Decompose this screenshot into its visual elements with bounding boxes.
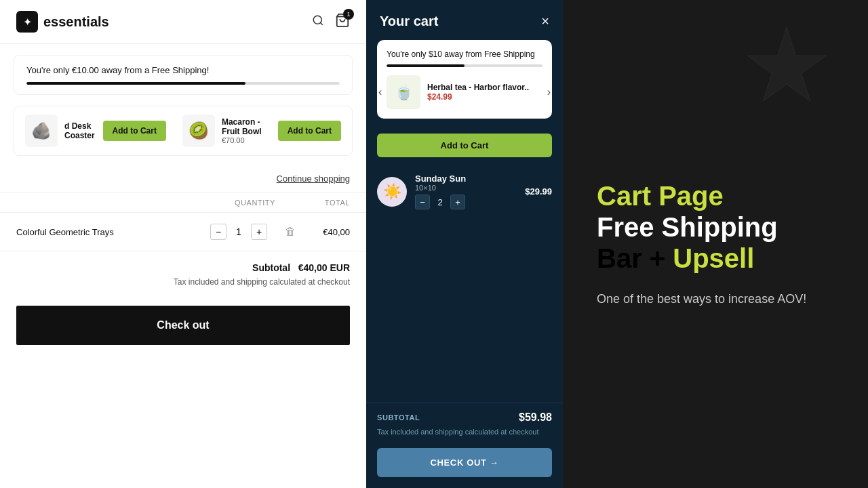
drawer-qty-increase-0[interactable]: +	[450, 195, 465, 209]
drawer-add-to-cart-button[interactable]: Add to Cart	[377, 134, 552, 157]
qty-decrease-0[interactable]: −	[210, 224, 226, 240]
drawer-qty-val-0: 2	[434, 197, 446, 207]
subtotal-amount: €40,00 EUR	[298, 262, 350, 273]
free-shipping-bar: You're only €10.00 away from a Free Ship…	[14, 55, 353, 95]
upsell-prev-button[interactable]: ‹	[378, 86, 382, 98]
search-icon[interactable]	[312, 14, 324, 30]
upsell-section: 🪨 d Desk Coaster Add to Cart 🥝 Macaron -…	[14, 106, 353, 156]
drawer-items-list: ☀️ Sunday Sun 10×10 − 2 + $29.99	[366, 157, 563, 403]
right-heading-3: Bar + Upsell	[597, 243, 834, 274]
upsell-item-1-price: €70.00	[222, 136, 271, 144]
qty-increase-0[interactable]: +	[251, 224, 267, 240]
header-icons: 1	[312, 13, 350, 31]
upsell-item-0-name: d Desk Coaster	[64, 121, 96, 140]
drawer-close-button[interactable]: ×	[541, 14, 549, 29]
right-heading-3-part1: Bar +	[597, 243, 673, 273]
right-heading-3-part2: Upsell	[673, 243, 754, 273]
cart-table-header: QUANTITY TOTAL	[0, 192, 366, 213]
progress-bar-bg	[26, 82, 340, 85]
quantity-control-0: − 1 +	[198, 224, 279, 240]
cart-drawer: Your cart × You're only $10 away from Fr…	[366, 0, 563, 488]
upsell-add-to-cart-0[interactable]: Add to Cart	[103, 121, 166, 141]
upsell-item-1-info: Macaron - Fruit Bowl €70.00	[222, 117, 271, 144]
drawer-upsell-img: 🍵	[387, 75, 420, 109]
shop-header: ✦ essentials 1	[0, 0, 366, 44]
continue-shopping-link[interactable]: Continue shopping	[277, 174, 350, 184]
star-decoration	[746, 27, 827, 108]
drawer-cart-item-0: ☀️ Sunday Sun 10×10 − 2 + $29.99	[377, 165, 552, 218]
tax-note: Tax included and shipping calculated at …	[16, 277, 350, 287]
drawer-upsell-name: Herbal tea - Harbor flavor..	[427, 83, 542, 92]
drawer-tax-note: Tax included and shipping calculated at …	[377, 428, 552, 436]
continue-shopping-section: Continue shopping	[0, 167, 366, 192]
drawer-item-0-variant: 10×10	[415, 184, 517, 192]
cart-item-0: Colorful Geometric Trays − 1 + 🗑 €40,00	[0, 213, 366, 251]
drawer-item-0-img: ☀️	[377, 177, 407, 207]
svg-point-0	[313, 16, 321, 24]
subtotal-row: Subtotal €40,00 EUR	[16, 262, 350, 273]
upsell-item-1-name: Macaron - Fruit Bowl	[222, 117, 271, 136]
drawer-item-0-price: $29.99	[525, 186, 552, 197]
drawer-subtotal-amount: $59.98	[519, 411, 552, 424]
drawer-upsell-info: Herbal tea - Harbor flavor.. $24.99	[427, 83, 542, 102]
drawer-subtotal-line: SUBTOTAL $59.98	[377, 411, 552, 424]
checkout-button[interactable]: Check out	[16, 306, 350, 345]
cart-item-0-price: €40,00	[296, 227, 350, 237]
delete-item-0[interactable]: 🗑	[285, 226, 296, 238]
checkout-section: Check out	[0, 298, 366, 353]
drawer-upsell-card: ‹ 🍵 Herbal tea - Harbor flavor.. $24.99 …	[387, 75, 542, 109]
upsell-item-1-img: 🥝	[182, 115, 215, 147]
progress-bar-fill	[26, 82, 245, 85]
drawer-qty-control-0: − 2 +	[415, 195, 517, 209]
upsell-next-button[interactable]: ›	[547, 86, 551, 98]
shop-panel: ✦ essentials 1 You're only €10.00 away f…	[0, 0, 366, 488]
upsell-item-0-info: d Desk Coaster	[64, 121, 96, 140]
qty-value-0: 1	[232, 226, 245, 237]
cart-icon[interactable]: 1	[335, 13, 350, 31]
svg-marker-3	[747, 27, 825, 101]
logo-text: essentials	[43, 14, 109, 30]
cart-badge: 1	[343, 9, 354, 20]
subtotal-section: Subtotal €40,00 EUR Tax included and shi…	[0, 251, 366, 298]
drawer-subtotal-section: SUBTOTAL $59.98 Tax included and shippin…	[366, 403, 563, 448]
drawer-upsell-price: $24.99	[427, 92, 542, 102]
upsell-item-0-img: 🪨	[25, 115, 58, 147]
drawer-item-0-name: Sunday Sun	[415, 174, 517, 184]
subtotal-label: Subtotal	[252, 262, 290, 273]
shipping-bar-text: You're only €10.00 away from a Free Ship…	[26, 65, 340, 75]
logo-area: ✦ essentials	[16, 11, 109, 33]
upsell-item-0: 🪨 d Desk Coaster Add to Cart	[25, 115, 166, 147]
cart-item-0-name: Colorful Geometric Trays	[16, 227, 198, 237]
drawer-title: Your cart	[380, 14, 438, 29]
right-heading-2: Free Shipping	[597, 211, 834, 243]
drawer-shipping-card: You're only $10 away from Free Shipping …	[377, 40, 552, 119]
drawer-header: Your cart ×	[366, 0, 563, 40]
right-subtext: One of the best ways to increase AOV!	[597, 290, 834, 308]
drawer-checkout-button[interactable]: CHECK OUT →	[377, 448, 552, 477]
logo-icon: ✦	[16, 11, 38, 33]
col-quantity-header: QUANTITY	[214, 199, 296, 207]
drawer-shipping-text: You're only $10 away from Free Shipping	[387, 49, 542, 59]
col-total-header: TOTAL	[296, 199, 350, 207]
drawer-item-0-info: Sunday Sun 10×10 − 2 +	[415, 174, 517, 209]
upsell-item-1: 🥝 Macaron - Fruit Bowl €70.00 Add to Car…	[182, 115, 341, 147]
upsell-add-to-cart-1[interactable]: Add to Cart	[278, 121, 341, 141]
drawer-qty-decrease-0[interactable]: −	[415, 195, 430, 209]
right-panel: Cart Page Free Shipping Bar + Upsell One…	[563, 0, 868, 488]
upsell-items-list: 🪨 d Desk Coaster Add to Cart 🥝 Macaron -…	[25, 115, 341, 147]
drawer-shipping-bar-bg	[387, 64, 542, 67]
drawer-subtotal-label: SUBTOTAL	[377, 413, 420, 422]
right-heading-1: Cart Page	[597, 180, 834, 211]
drawer-shipping-bar-fill	[387, 64, 465, 67]
svg-line-1	[320, 22, 322, 24]
